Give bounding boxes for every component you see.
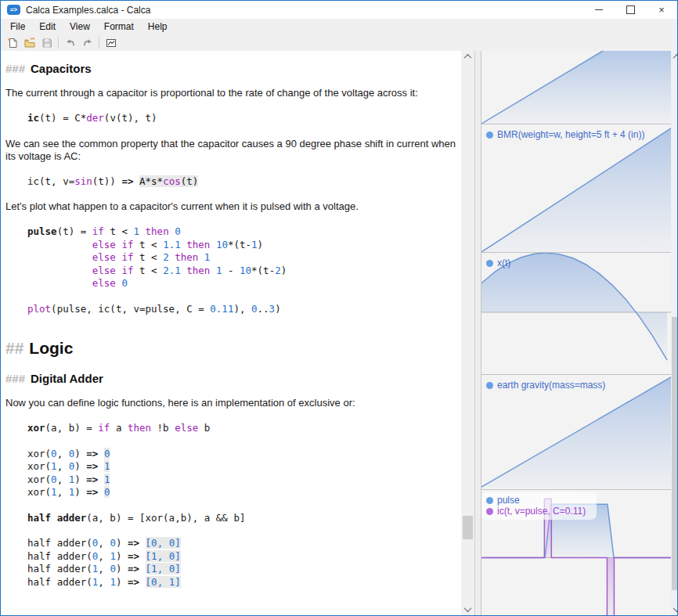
editor-scrollbar[interactable] <box>461 51 474 615</box>
panel-scrollbar-thumb[interactable] <box>672 317 678 590</box>
code-line: plot(pulse, ic(t, v=pulse, C = 0.11), 0.… <box>27 303 461 316</box>
code-line: xor(1, 1) => 0 <box>27 486 461 499</box>
code-block[interactable]: xor(a, b) = if a then !b else b <box>27 422 461 435</box>
redo-icon <box>81 37 94 49</box>
undo-button[interactable] <box>62 35 78 50</box>
menu-item-edit[interactable]: Edit <box>32 19 63 34</box>
close-button[interactable]: × <box>646 1 677 19</box>
window-controls: × <box>583 1 677 19</box>
maximize-icon <box>626 5 635 14</box>
plot-canvas <box>481 51 671 124</box>
code-block[interactable]: xor(0, 0) => 0xor(1, 0) => 1xor(0, 1) =>… <box>27 448 461 499</box>
plot-legend-entry: pulse <box>486 495 586 506</box>
heading-hash-marks: ## <box>5 339 23 357</box>
code-line: half adder(1, 1) => [0, 1] <box>27 576 461 589</box>
code-line: ic(t) = C*der(v(t), t) <box>27 112 461 125</box>
titlebar: => Calca Examples.calca - Calca × <box>1 1 677 19</box>
heading-text: Capacitors <box>31 62 92 75</box>
plot-canvas <box>481 375 671 489</box>
scroll-down-arrow-icon[interactable] <box>461 603 474 615</box>
code-line: xor(a, b) = if a then !b else b <box>27 422 461 435</box>
plot-label-text: earth gravity(mass=mass) <box>497 380 605 391</box>
heading-hash-marks: ### <box>5 372 25 385</box>
paragraph: We can see the common property that the … <box>5 138 461 163</box>
plot-linear-top <box>481 51 671 124</box>
plot-label: earth gravity(mass=mass) <box>486 380 605 391</box>
scroll-up-arrow-icon[interactable] <box>461 51 474 63</box>
code-block[interactable]: ic(t) = C*der(v(t), t) <box>27 112 461 125</box>
plot-earth-gravity: earth gravity(mass=mass) <box>481 375 671 490</box>
plot-label-text: x(t) <box>497 258 510 268</box>
paragraph: Let's plot what happen to a capacitor's … <box>5 200 461 213</box>
paragraph: Now you can define logic functions, here… <box>5 397 461 409</box>
code-line: xor(0, 0) => 0 <box>27 448 461 461</box>
toolbar-separator <box>58 37 59 49</box>
code-line: else 0 <box>27 277 461 290</box>
app-window: => Calca Examples.calca - Calca × FileEd… <box>0 0 678 616</box>
plot-label-text: BMR(weight=w, height=5 ft + 4 (in)) <box>497 129 644 140</box>
toolbar-separator <box>99 37 99 49</box>
code-block[interactable]: plot(pulse, ic(t, v=pulse, C = 0.11), 0.… <box>27 303 461 316</box>
code-line: pulse(t) = if t < 1 then 0 <box>27 225 461 239</box>
plot-legend: pulseic(t, v=pulse, C=0.11) <box>481 492 597 520</box>
panel-scrollbar[interactable] <box>671 51 678 615</box>
scroll-up-arrow-icon[interactable] <box>671 51 678 63</box>
plot-legend-entry: BMR(weight=w, height=5 ft + 4 (in)) <box>486 129 644 140</box>
code-line: half adder(a, b) = [xor(a,b), a && b] <box>27 512 461 525</box>
new-document-button[interactable] <box>4 35 20 50</box>
code-line: half adder(1, 0) => [1, 0] <box>27 563 461 576</box>
open-folder-icon <box>23 37 36 49</box>
code-block[interactable]: ic(t, v=sin(t)) => A*s*cos(t) <box>27 175 461 189</box>
plot-x-t: x(t) <box>481 253 671 375</box>
plot-label: BMR(weight=w, height=5 ft + 4 (in)) <box>486 129 644 140</box>
content-area: ###CapacitorsThe current through a capac… <box>1 51 677 615</box>
document-editor[interactable]: ###CapacitorsThe current through a capac… <box>1 51 461 615</box>
plot-label: x(t) <box>486 258 510 268</box>
code-line: else if t < 1.1 then 10*(t-1) <box>27 239 461 252</box>
code-line: half adder(0, 1) => [1, 0] <box>27 550 461 564</box>
legend-dot-icon <box>486 497 493 504</box>
heading-text: Digital Adder <box>31 372 103 385</box>
plot-legend-entry: x(t) <box>486 258 510 268</box>
minimize-button[interactable] <box>583 1 615 19</box>
code-block[interactable]: half adder(a, b) = [xor(a,b), a && b] <box>27 512 461 525</box>
code-line: else if t < 2 then 1 <box>27 251 461 265</box>
scroll-down-arrow-icon[interactable] <box>671 603 678 615</box>
new-document-icon <box>6 37 19 49</box>
section-heading: ###Digital Adder <box>5 372 461 385</box>
menu-bar: FileEditViewFormatHelp <box>1 19 677 34</box>
code-block[interactable]: pulse(t) = if t < 1 then 0 else if t < 1… <box>27 225 461 290</box>
menu-item-file[interactable]: File <box>3 19 32 34</box>
code-line: ic(t, v=sin(t)) => A*s*cos(t) <box>27 175 461 189</box>
legend-dot-icon <box>486 131 493 139</box>
save-icon <box>41 37 53 49</box>
open-file-button[interactable] <box>21 35 38 50</box>
plot-legend-entry: earth gravity(mass=mass) <box>486 380 605 391</box>
code-line: half adder(0, 0) => [0, 0] <box>27 537 461 550</box>
plot-label-text: pulse <box>497 495 520 506</box>
menu-item-help[interactable]: Help <box>141 19 175 34</box>
plot-panel-icon <box>105 37 117 49</box>
legend-dot-icon <box>486 260 493 267</box>
plot-pulse-ic: pulseic(t, v=pulse, C=0.11) <box>481 490 671 615</box>
heading-text: Logic <box>29 339 73 357</box>
paragraph: The current through a capacitor is propo… <box>5 87 461 99</box>
legend-dot-icon <box>486 508 493 515</box>
plot-canvas <box>481 124 671 252</box>
redo-button[interactable] <box>79 35 96 50</box>
toolbar <box>1 34 677 51</box>
code-block[interactable]: half adder(0, 0) => [0, 0]half adder(0, … <box>27 537 461 589</box>
heading-hash-marks: ### <box>5 62 25 75</box>
menu-item-format[interactable]: Format <box>97 19 141 34</box>
plot-label-text: ic(t, v=pulse, C=0.11) <box>497 506 586 517</box>
undo-icon <box>64 37 77 49</box>
code-line: else if t < 2.1 then 1 - 10*(t-2) <box>27 265 461 278</box>
maximize-button[interactable] <box>615 1 646 19</box>
plot-panel: BMR(weight=w, height=5 ft + 4 (in)) x(t)… <box>474 51 671 615</box>
window-title: Calca Examples.calca - Calca <box>26 5 150 16</box>
save-button[interactable] <box>38 35 55 50</box>
code-line: xor(0, 1) => 1 <box>27 474 461 487</box>
editor-scrollbar-thumb[interactable] <box>463 516 473 539</box>
toggle-plot-panel-button[interactable] <box>103 35 119 50</box>
menu-item-view[interactable]: View <box>63 19 97 34</box>
